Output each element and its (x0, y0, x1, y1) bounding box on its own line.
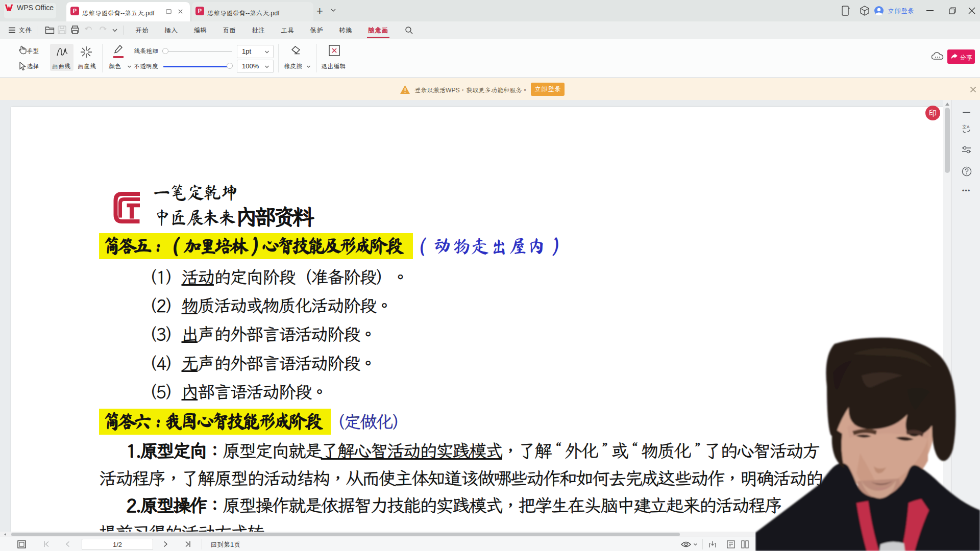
svg-text:A: A (967, 124, 970, 129)
svg-text:文: 文 (962, 124, 967, 130)
